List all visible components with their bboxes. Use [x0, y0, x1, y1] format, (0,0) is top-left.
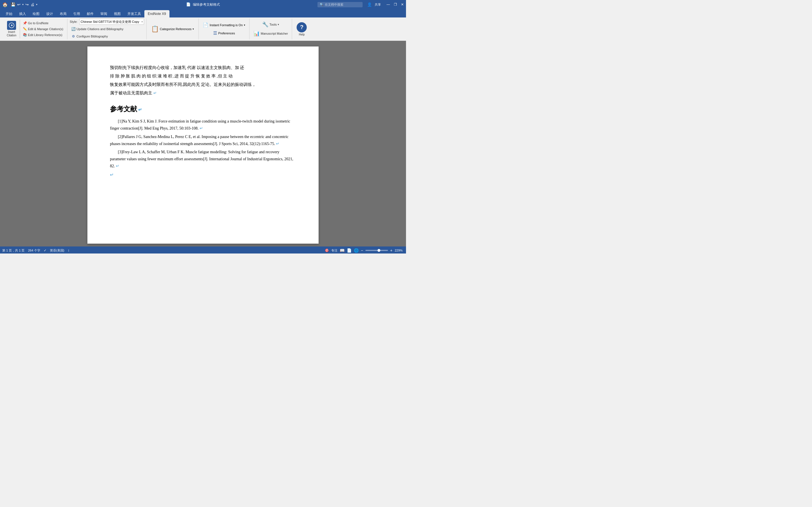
citation-svg-icon: ✦ — [8, 22, 15, 29]
body-text: 预切削先下续执行程度向心收缩，加速乳 代谢 以速送主文恢肌肉、加 还 排 除 肿… — [110, 63, 296, 97]
manuscript-matcher-button[interactable]: 📊 Manuscript Matcher — [252, 29, 290, 38]
minimize-icon[interactable]: — — [387, 3, 390, 6]
tab-mail[interactable]: 邮件 — [84, 10, 97, 17]
page-info: 第 1 页，共 1 页 — [2, 248, 24, 252]
main-area: 预切削先下续执行程度向心收缩，加速乳 代谢 以速送主文恢肌肉、加 还 排 除 肿… — [0, 41, 406, 246]
tools-label: Tools — [269, 23, 277, 26]
search-icon: 🔍 — [320, 3, 324, 6]
empty-line: ↵ — [110, 171, 296, 179]
insert-citation-group: ✦ Insert Citation 📌 Go to EndNote ✏️ Edi… — [2, 18, 67, 40]
redo-icon[interactable]: ↪ — [26, 2, 29, 7]
instant-format-dropdown-icon: ▾ — [244, 24, 245, 26]
body-paragraph-2: 排 除 肿 胀 肌 肉 的 组 织 液 堆 积 ,进 而 提 升 恢 复 效 率… — [110, 74, 233, 78]
return-mark-4: ↵ — [200, 126, 203, 130]
web-layout-icon[interactable]: 🌐 — [354, 248, 359, 252]
body-paragraph-4: 属于被动且无需肌肉主 — [110, 91, 152, 95]
references-heading: 参考文献 ↵ — [110, 103, 296, 115]
instant-format-icon: 📄 — [203, 22, 208, 27]
help-icon: ? — [297, 22, 307, 33]
insert-citation-label: Insert Citation — [7, 31, 16, 37]
title-bar-right: 🔍 在文档中搜索 👤 共享 — ❐ ✕ — [317, 2, 404, 7]
tab-references[interactable]: 引用 — [70, 10, 84, 17]
read-mode-icon[interactable]: 📖 — [340, 248, 345, 252]
categorize-label: Categorize References — [160, 27, 192, 31]
style-row: Style: Chinese Std GBT7714 毕业论文使用 Copy ▾ — [70, 18, 144, 25]
home-icon[interactable]: 🏠 — [2, 2, 8, 7]
update-citations-label: Update Citations and Bibliography — [77, 27, 123, 31]
zoom-minus-button[interactable]: − — [361, 248, 363, 252]
return-mark-2: ↵ — [153, 91, 157, 95]
return-mark-6: ↵ — [116, 164, 119, 168]
manuscript-icon: 📊 — [253, 31, 260, 37]
tools-dropdown-icon: ▾ — [278, 23, 279, 26]
tab-devtools[interactable]: 开发工具 — [124, 10, 144, 17]
insert-citation-icon: ✦ — [7, 21, 16, 30]
tab-draw[interactable]: 绘图 — [29, 10, 43, 17]
close-icon[interactable]: ✕ — [401, 3, 404, 6]
spell-check-icon[interactable]: ✓ — [44, 248, 47, 252]
manuscript-matcher-label: Manuscript Matcher — [261, 32, 288, 35]
categorize-group: 📋 Categorize References ▾ — [147, 18, 199, 40]
document[interactable]: 预切削先下续执行程度向心收缩，加速乳 代谢 以速送主文恢肌肉、加 还 排 除 肿… — [87, 47, 319, 244]
configure-icon: ⚙ — [71, 34, 75, 38]
edit-library-button[interactable]: 📚 Edit Library Reference(s) — [21, 32, 65, 38]
update-icon: 🔄 — [71, 27, 75, 31]
return-mark-7: ↵ — [110, 172, 114, 177]
reference-3: [3]Frey-Law L A, Schaffer M, Urban F K. … — [110, 149, 296, 170]
title-bar-left: 🏠 💾 ↩ ▾ ↪ 🖨 ▾ — [2, 2, 38, 7]
endnote-small-buttons: 📌 Go to EndNote ✏️ Edit & Manage Citatio… — [21, 20, 65, 38]
zoom-slider[interactable] — [365, 250, 388, 251]
tools-group: 🔧 Tools ▾ 📊 Manuscript Matcher — [250, 18, 292, 40]
help-button[interactable]: ? Help — [294, 21, 309, 37]
ribbon-tabs: 开始 插入 绘图 设计 布局 引用 邮件 审阅 视图 开发工具 EndNote … — [0, 9, 406, 17]
tab-design[interactable]: 设计 — [43, 10, 56, 17]
style-dropdown[interactable]: Chinese Std GBT7714 毕业论文使用 Copy ▾ — [79, 18, 144, 25]
go-endnote-icon: 📌 — [23, 21, 27, 25]
style-value: Chinese Std GBT7714 毕业论文使用 Copy — [81, 20, 140, 24]
reference-1: [1]Na Y, Kim S J, Kim J. Force estimatio… — [110, 118, 296, 132]
print-layout-icon[interactable]: 📄 — [347, 248, 352, 252]
restore-icon[interactable]: ❐ — [394, 3, 397, 6]
preferences-label: Preferences — [218, 32, 235, 35]
configure-bibliography-button[interactable]: ⚙ Configure Bibliography — [70, 33, 109, 40]
update-citations-button[interactable]: 🔄 Update Citations and Bibliography — [70, 26, 125, 32]
language-label[interactable]: 英语(美国) — [50, 248, 64, 252]
focus-label[interactable]: 专注 — [331, 248, 338, 252]
style-group: Style: Chinese Std GBT7714 毕业论文使用 Copy ▾… — [67, 18, 147, 40]
search-bar[interactable]: 🔍 在文档中搜索 — [317, 2, 363, 7]
ribbon: ✦ Insert Citation 📌 Go to EndNote ✏️ Edi… — [0, 17, 406, 41]
quick-access-dropdown-icon[interactable]: ▾ — [36, 3, 38, 6]
tab-endnote[interactable]: EndNote X9 — [144, 10, 169, 17]
focus-icon[interactable]: 🎯 — [325, 248, 329, 252]
track-changes-icon[interactable]: ↕ — [68, 248, 69, 252]
edit-manage-citation-button[interactable]: ✏️ Edit & Manage Citation(s) — [21, 26, 65, 32]
document-title: 📄 编辑参考文献格式 — [186, 2, 220, 7]
tools-dropdown-button[interactable]: 🔧 Tools ▾ — [260, 20, 281, 29]
save-icon[interactable]: 💾 — [11, 2, 15, 7]
tab-home[interactable]: 开始 — [2, 10, 16, 17]
print-icon[interactable]: 🖨 — [31, 2, 35, 7]
user-icon[interactable]: 👤 — [367, 2, 372, 7]
body-paragraph-1: 预切削先下续执行程度向心收缩，加速乳 代谢 以速送主文恢肌肉、加 还 — [110, 65, 244, 70]
title-bar: 🏠 💾 ↩ ▾ ↪ 🖨 ▾ 📄 编辑参考文献格式 🔍 在文档中搜索 👤 共享 —… — [0, 0, 406, 9]
insert-citation-button[interactable]: ✦ Insert Citation — [4, 20, 18, 38]
undo-icon[interactable]: ↩ — [17, 2, 20, 7]
zoom-thumb — [377, 249, 380, 252]
tab-layout[interactable]: 布局 — [56, 10, 70, 17]
tab-view[interactable]: 视图 — [110, 10, 124, 17]
tab-review[interactable]: 审阅 — [97, 10, 110, 17]
ribbon-divider-1 — [20, 20, 20, 38]
go-to-endnote-button[interactable]: 📌 Go to EndNote — [21, 20, 65, 26]
zoom-plus-button[interactable]: + — [390, 248, 393, 252]
share-label[interactable]: 共享 — [375, 3, 381, 7]
undo-dropdown-icon[interactable]: ▾ — [22, 3, 24, 6]
categorize-references-button[interactable]: 📋 Categorize References ▾ — [149, 24, 197, 34]
word-count: 264 个字 — [28, 248, 40, 252]
preferences-button[interactable]: ☰ Preferences — [211, 30, 237, 37]
tab-insert[interactable]: 插入 — [16, 10, 29, 17]
edit-library-icon: 📚 — [23, 33, 27, 37]
formatting-group: 📄 Instant Formatting is On ▾ ☰ Preferenc… — [199, 18, 249, 40]
body-paragraph-3: 恢复效果可能因方式及时限而有所不同,因此尚无 定论。近来兴起的振动训练， — [110, 82, 256, 87]
instant-formatting-button[interactable]: 📄 Instant Formatting is On ▾ — [201, 21, 247, 29]
status-right: 🎯 专注 📖 📄 🌐 − + 229% — [325, 248, 404, 252]
